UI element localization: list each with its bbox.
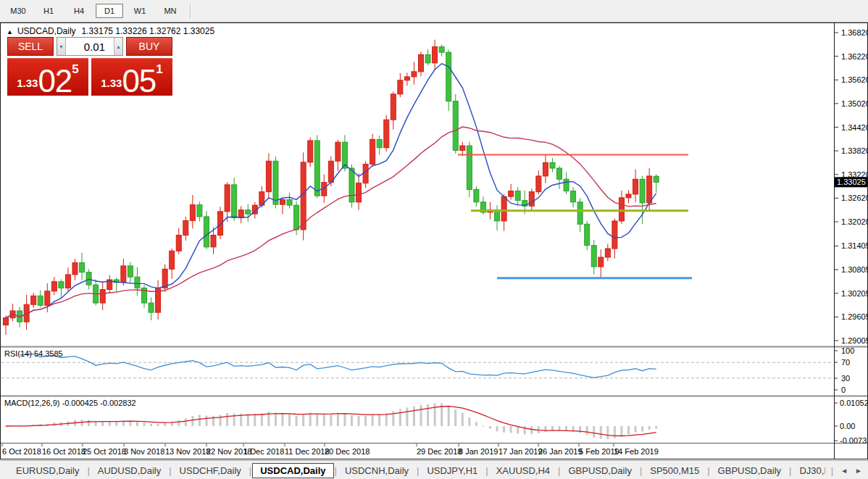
svg-text:1.33025: 1.33025 bbox=[837, 178, 866, 186]
one-click-trade-panel: SELL ▼ ▲ BUY 1.33 02 5 1.33 05 1 bbox=[7, 37, 172, 96]
sell-price-panel[interactable]: 1.33 02 5 bbox=[7, 58, 88, 96]
tab-USDCAD-Daily[interactable]: USDCAD,Daily bbox=[252, 463, 333, 478]
tab-DJ30-H4[interactable]: DJ30,H4 bbox=[792, 463, 825, 478]
timeframe-button-W1[interactable]: W1 bbox=[126, 4, 154, 18]
svg-text:1.35620: 1.35620 bbox=[841, 75, 868, 84]
svg-text:-0.0073: -0.0073 bbox=[840, 436, 867, 445]
svg-text:1.32620: 1.32620 bbox=[841, 193, 868, 202]
svg-text:1.32020: 1.32020 bbox=[841, 217, 868, 226]
toolbar-separator bbox=[190, 4, 191, 18]
chart-symbol-label: USDCAD,Daily bbox=[17, 26, 76, 36]
svg-text:1.30205: 1.30205 bbox=[841, 289, 868, 298]
svg-text:1.29605: 1.29605 bbox=[841, 312, 868, 321]
svg-text:6 Oct 2018: 6 Oct 2018 bbox=[2, 447, 41, 456]
svg-text:0.010525: 0.010525 bbox=[840, 399, 868, 407]
tab-separator: | bbox=[485, 465, 488, 476]
svg-text:70: 70 bbox=[841, 358, 850, 367]
chart-title: ▲USDCAD,Daily1.33175 1.33226 1.32762 1.3… bbox=[7, 26, 214, 36]
svg-text:30: 30 bbox=[841, 374, 850, 383]
sell-price-point: 5 bbox=[72, 62, 78, 77]
chart-tab-bar: EURUSD,Daily|AUDUSD,Daily|USDCHF,Daily|U… bbox=[0, 460, 868, 479]
tab-separator: | bbox=[87, 465, 89, 476]
volume-decrease-button[interactable]: ▼ bbox=[57, 38, 66, 55]
buy-price-point: 1 bbox=[156, 62, 162, 77]
tab-GBPUSD-Daily[interactable]: GBPUSD,Daily bbox=[561, 463, 638, 478]
tab-scroll-right-icon[interactable]: ► bbox=[855, 467, 862, 475]
svg-text:1.33820: 1.33820 bbox=[841, 146, 868, 155]
tab-separator: | bbox=[417, 465, 419, 476]
svg-text:17 Jan 2019: 17 Jan 2019 bbox=[498, 447, 543, 456]
svg-text:1.35020: 1.35020 bbox=[841, 99, 868, 108]
timeframe-button-H1[interactable]: H1 bbox=[35, 4, 62, 18]
tab-separator: | bbox=[249, 465, 251, 476]
buy-price-panel[interactable]: 1.33 05 1 bbox=[91, 58, 172, 96]
quick-trade-toggle-icon[interactable]: ▲ bbox=[7, 28, 13, 36]
tab-scroll-left-icon[interactable]: ◄ bbox=[840, 467, 848, 475]
timeframe-toolbar: M30H1H4D1W1MN bbox=[0, 0, 868, 22]
current-price-tag: 1.33025 bbox=[835, 177, 867, 187]
chart-ohlc-values: 1.33175 1.33226 1.32762 1.33025 bbox=[82, 26, 215, 36]
svg-text:14 Feb 2019: 14 Feb 2019 bbox=[614, 447, 659, 456]
svg-text:0.00: 0.00 bbox=[840, 422, 855, 430]
volume-input[interactable] bbox=[66, 38, 114, 55]
tab-separator: | bbox=[558, 465, 560, 476]
timeframe-button-D1[interactable]: D1 bbox=[96, 4, 123, 18]
macd-label: MACD(12,26,9) -0.000425 -0.002832 bbox=[4, 399, 136, 407]
svg-text:1.31405: 1.31405 bbox=[841, 241, 868, 250]
tab-XAUUSD-H4[interactable]: XAUUSD,H4 bbox=[489, 463, 557, 478]
sell-price-pips: 02 bbox=[38, 67, 72, 96]
svg-text:8 Jan 2019: 8 Jan 2019 bbox=[459, 447, 498, 456]
tab-separator: | bbox=[789, 465, 791, 476]
svg-text:1.34420: 1.34420 bbox=[841, 123, 868, 132]
timeframe-button-M30[interactable]: M30 bbox=[4, 4, 32, 18]
svg-text:0: 0 bbox=[841, 386, 846, 394]
svg-text:13 Nov 2018: 13 Nov 2018 bbox=[165, 447, 210, 456]
sell-button[interactable]: SELL bbox=[7, 37, 54, 56]
svg-text:1.36220: 1.36220 bbox=[841, 52, 868, 61]
timeframe-buttons: M30H1H4D1W1MN bbox=[0, 0, 185, 22]
buy-price-whole: 1.33 bbox=[101, 77, 122, 89]
tab-SP500-M15[interactable]: SP500,M15 bbox=[643, 463, 706, 478]
timeframe-button-H4[interactable]: H4 bbox=[65, 4, 93, 18]
tab-USDJPY-H1[interactable]: USDJPY,H1 bbox=[420, 463, 485, 478]
volume-stepper: ▼ ▲ bbox=[57, 37, 123, 56]
tab-separator: | bbox=[640, 465, 642, 476]
svg-text:29 Dec 2018: 29 Dec 2018 bbox=[417, 447, 462, 456]
chart-tabs: EURUSD,Daily|AUDUSD,Daily|USDCHF,Daily|U… bbox=[0, 461, 825, 479]
svg-text:1.30805: 1.30805 bbox=[841, 265, 868, 274]
svg-text:3 Nov 2018: 3 Nov 2018 bbox=[124, 447, 164, 456]
svg-text:16 Oct 2018: 16 Oct 2018 bbox=[42, 447, 85, 456]
volume-increase-button[interactable]: ▲ bbox=[114, 38, 122, 55]
tab-USDCHF-Daily[interactable]: USDCHF,Daily bbox=[172, 463, 249, 478]
tab-EURUSD-Daily[interactable]: EURUSD,Daily bbox=[9, 463, 86, 478]
buy-button[interactable]: BUY bbox=[126, 37, 172, 56]
svg-text:25 Oct 2018: 25 Oct 2018 bbox=[83, 447, 126, 456]
tab-separator: | bbox=[169, 465, 171, 476]
triangle-down-icon: ▼ bbox=[59, 44, 64, 49]
svg-text:26 Jan 2019: 26 Jan 2019 bbox=[538, 447, 583, 456]
tab-USDCNH-Daily[interactable]: USDCNH,Daily bbox=[338, 463, 416, 478]
svg-text:11 Dec 2018: 11 Dec 2018 bbox=[285, 447, 330, 456]
svg-text:100: 100 bbox=[841, 346, 854, 355]
buy-price-pips: 05 bbox=[122, 67, 156, 96]
sell-price-whole: 1.33 bbox=[17, 77, 38, 89]
rsi-label: RSI(14) 54.3585 bbox=[4, 349, 63, 358]
timeframe-button-MN[interactable]: MN bbox=[157, 4, 184, 18]
tab-AUDUSD-Daily[interactable]: AUDUSD,Daily bbox=[91, 463, 168, 478]
tab-separator: | bbox=[707, 465, 709, 476]
svg-text:1 Dec 2018: 1 Dec 2018 bbox=[243, 447, 284, 456]
triangle-up-icon: ▲ bbox=[116, 44, 121, 49]
svg-text:20 Dec 2018: 20 Dec 2018 bbox=[325, 447, 370, 456]
tab-bar-separator: | bbox=[831, 465, 833, 476]
tab-separator: | bbox=[335, 465, 337, 476]
svg-text:1.29005: 1.29005 bbox=[841, 336, 868, 345]
tab-scroll-controls: | ◄ ► bbox=[825, 465, 868, 476]
svg-text:1.36820: 1.36820 bbox=[841, 28, 868, 37]
tab-GBPUSD-Daily[interactable]: GBPUSD,Daily bbox=[711, 463, 788, 478]
